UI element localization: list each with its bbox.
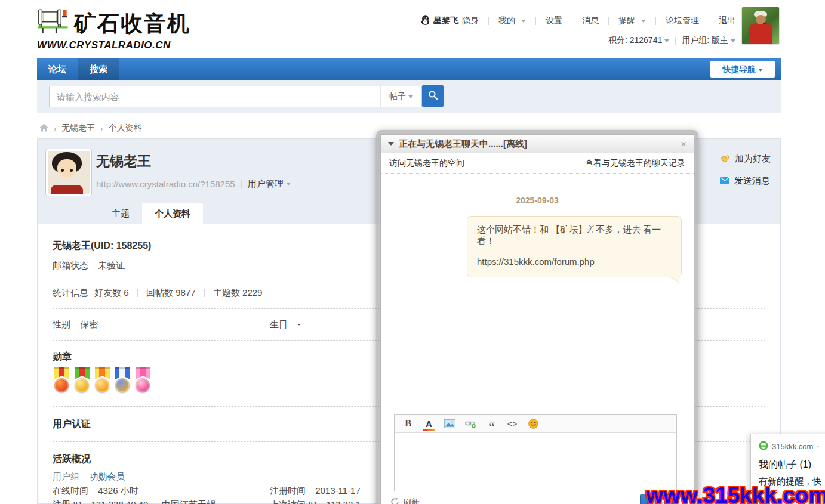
chevron-down-icon <box>664 39 669 42</box>
browser-logo-icon <box>759 441 768 452</box>
handshake-icon <box>720 154 730 165</box>
breadcrumb-user[interactable]: 无锡老王 <box>61 123 95 134</box>
search-band: 帖子 <box>37 80 781 113</box>
usergroup-dropdown[interactable]: 用户组: 版主 <box>682 35 728 46</box>
refresh-button[interactable]: 刷新 <box>390 497 420 504</box>
menu-messages[interactable]: 消息 <box>582 16 599 26</box>
tab-threads[interactable]: 主题 <box>99 203 142 224</box>
refresh-icon <box>390 497 399 504</box>
page: 矿石收音机 WWW.CRYSTALRADIO.CN 星黎飞 <box>0 0 825 504</box>
send-message-button[interactable]: 发送消息 <box>720 175 771 187</box>
email-status-label: 邮箱状态 <box>53 260 88 270</box>
divider <box>608 17 609 25</box>
breadcrumb: › 无锡老王 › 个人资料 <box>39 123 142 134</box>
chat-input[interactable] <box>395 433 676 491</box>
regip-value: 121.238.40.49 - - 中国江苏无锡 <box>91 499 216 504</box>
chat-message-link[interactable]: https://315kkk.com/forum.php <box>477 256 672 267</box>
profile-avatar-image <box>48 151 90 194</box>
birthday-value: - <box>297 319 300 329</box>
chat-title: 正在与无锡老王聊天中......[离线] <box>399 138 527 150</box>
regtime-label: 注册时间 <box>270 486 306 496</box>
bubble-tail <box>670 276 679 282</box>
home-icon[interactable] <box>39 123 48 134</box>
profile-url-row: http://www.crystalradio.cn/?158255 用户管理 <box>96 178 291 190</box>
divider <box>137 289 138 297</box>
stats-label: 统计信息 <box>53 287 88 298</box>
watermark: www.315kkk.com <box>646 483 825 504</box>
bold-icon[interactable]: B <box>402 417 414 430</box>
chevron-down-icon <box>641 20 646 23</box>
search-button[interactable] <box>422 85 444 107</box>
chevron-down-icon <box>758 69 763 72</box>
menu-settings[interactable]: 设置 <box>546 16 562 26</box>
divider <box>535 17 536 25</box>
search-icon <box>428 90 438 103</box>
menu-logout[interactable]: 退出 <box>719 16 735 26</box>
add-friend-button[interactable]: 加为好友 <box>720 153 771 165</box>
view-history-link[interactable]: 查看与无锡老王的聊天记录 <box>585 158 685 169</box>
medal-icon <box>93 367 112 395</box>
collapse-arrow-icon[interactable] <box>388 142 394 146</box>
chat-titlebar[interactable]: 正在与无锡老王聊天中......[离线] × <box>381 135 694 153</box>
nav-search[interactable]: 搜索 <box>78 58 119 80</box>
search-scope-dropdown[interactable]: 帖子 <box>380 86 421 107</box>
code-icon[interactable]: <> <box>506 417 519 430</box>
popup-my-posts-link[interactable]: 我的帖子 (1) <box>759 459 825 471</box>
breadcrumb-separator: › <box>100 124 103 133</box>
search-group: 帖子 <box>49 86 422 107</box>
chat-window: 正在与无锡老王聊天中......[离线] × 访问无锡老王的空间 查看与无锡老王… <box>380 134 694 504</box>
editor-toolbar: B A “ <> <box>395 415 676 433</box>
image-icon[interactable] <box>444 417 456 430</box>
chevron-down-icon <box>521 20 526 23</box>
link-icon[interactable] <box>464 417 477 430</box>
popup-site: 315kkk.com <box>772 442 813 451</box>
search-input[interactable] <box>50 88 380 106</box>
divider <box>675 37 676 45</box>
divider <box>204 289 205 297</box>
visibility-status: 隐身 <box>462 16 479 26</box>
profile-tabs: 主题 个人资料 <box>99 203 203 224</box>
main-navbar: 论坛 搜索 快捷导航 <box>37 58 781 80</box>
medal-icon <box>113 367 132 395</box>
birthday-label: 生日 <box>270 319 288 329</box>
profile-avatar[interactable] <box>45 149 92 196</box>
gender-label: 性别 <box>53 319 70 329</box>
stat-friends[interactable]: 好友数 6 <box>94 287 129 298</box>
gender-value: 保密 <box>80 319 98 329</box>
profile-actions: 加为好友 发送消息 <box>720 153 771 197</box>
current-username[interactable]: 星黎飞 <box>433 16 458 26</box>
crystal-radio-logo-icon <box>37 4 72 38</box>
menu-forum-admin[interactable]: 论坛管理 <box>666 16 699 26</box>
visit-space-link[interactable]: 访问无锡老王的空间 <box>389 158 464 169</box>
online-label: 在线时间 <box>53 486 88 496</box>
score-dropdown[interactable]: 积分: 2126741 <box>608 35 662 46</box>
tab-profile[interactable]: 个人资料 <box>142 203 203 224</box>
chat-date: 2025-09-03 <box>381 196 694 205</box>
usergroup-link[interactable]: 功勋会员 <box>89 471 125 481</box>
font-color-icon[interactable]: A <box>423 417 435 430</box>
profile-space-url[interactable]: http://www.crystalradio.cn/?158255 <box>96 179 235 189</box>
popup-menu-dot[interactable]: · <box>817 442 819 451</box>
smiley-icon[interactable] <box>527 417 540 430</box>
stat-replies[interactable]: 回帖数 9877 <box>146 287 196 298</box>
chevron-down-icon <box>408 95 413 98</box>
divider <box>488 17 489 25</box>
chat-dialog: 正在与无锡老王聊天中......[离线] × 访问无锡老王的空间 查看与无锡老王… <box>376 130 698 504</box>
divider <box>655 17 656 25</box>
quote-icon[interactable]: “ <box>485 413 498 434</box>
menu-my[interactable]: 我的 <box>498 16 515 26</box>
user-menu: 星黎飞 隐身 我的 设置 消息 提醒 论坛管理 退出 积分: 2126741 用… <box>421 0 735 46</box>
qq-penguin-icon <box>421 15 430 27</box>
close-icon[interactable]: × <box>681 139 687 149</box>
user-manage-dropdown[interactable]: 用户管理 <box>248 178 284 190</box>
stat-threads[interactable]: 主题数 2229 <box>213 287 263 298</box>
menu-reminders[interactable]: 提醒 <box>618 16 635 26</box>
divider <box>572 17 572 25</box>
site-logo[interactable]: 矿石收音机 WWW.CRYSTALRADIO.CN <box>37 4 190 51</box>
regtime-value: 2013-11-17 <box>315 486 361 496</box>
nav-forum[interactable]: 论坛 <box>37 58 78 80</box>
usergroup-label: 用户组 <box>53 471 79 481</box>
chat-editor: B A “ <> <box>394 414 677 491</box>
quick-nav-button[interactable]: 快捷导航 <box>710 61 775 78</box>
current-user-avatar[interactable] <box>741 7 780 45</box>
